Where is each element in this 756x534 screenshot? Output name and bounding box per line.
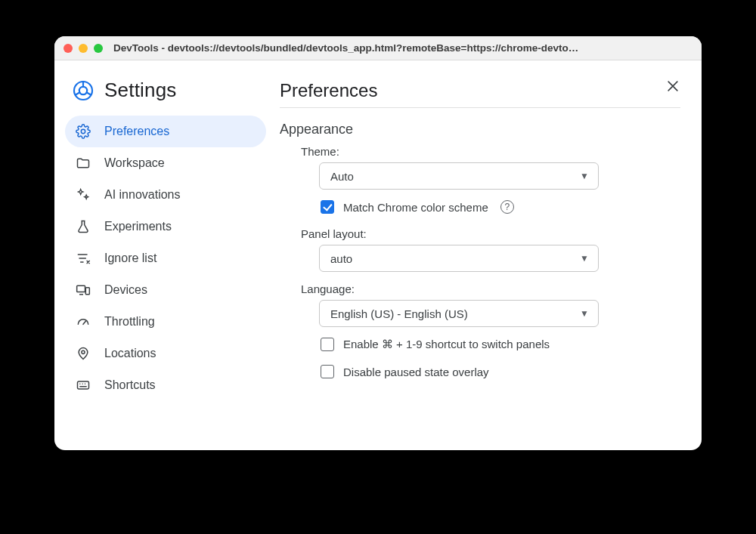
sidebar-item-label: Shortcuts xyxy=(104,378,156,392)
sidebar-item-ai-innovations[interactable]: AI innovations xyxy=(65,179,266,211)
svg-point-1 xyxy=(79,86,87,94)
language-label: Language: xyxy=(301,282,680,295)
theme-select[interactable]: Auto ▼ xyxy=(319,162,599,190)
sidebar-item-label: Devices xyxy=(104,283,147,297)
filter-x-icon xyxy=(76,251,91,266)
chevron-down-icon: ▼ xyxy=(580,308,589,319)
match-chrome-row[interactable]: Match Chrome color scheme ? xyxy=(321,200,680,214)
chevron-down-icon: ▼ xyxy=(580,171,589,181)
section-appearance: Appearance xyxy=(280,122,680,137)
svg-point-5 xyxy=(82,350,85,353)
svg-point-2 xyxy=(81,129,85,133)
titlebar[interactable]: DevTools - devtools://devtools/bundled/d… xyxy=(54,36,702,60)
sidebar-item-label: Preferences xyxy=(104,125,169,138)
sidebar-item-label: Experiments xyxy=(104,220,172,233)
enable-shortcut-row[interactable]: Enable ⌘ + 1-9 shortcut to switch panels xyxy=(321,338,680,351)
sidebar-item-label: AI innovations xyxy=(104,188,181,202)
language-select[interactable]: English (US) - English (US) ▼ xyxy=(319,300,599,327)
sidebar-item-preferences[interactable]: Preferences xyxy=(65,116,266,147)
sidebar-item-shortcuts[interactable]: Shortcuts xyxy=(65,369,266,401)
panel-layout-label: Panel layout: xyxy=(301,227,680,240)
sidebar-item-label: Throttling xyxy=(104,315,155,329)
svg-rect-4 xyxy=(85,288,89,295)
sidebar-item-experiments[interactable]: Experiments xyxy=(65,211,266,242)
zoom-window-icon[interactable] xyxy=(94,44,103,53)
devtools-window: DevTools - devtools://devtools/bundled/d… xyxy=(54,36,702,450)
disable-overlay-checkbox[interactable] xyxy=(321,365,334,378)
window-title: DevTools - devtools://devtools/bundled/d… xyxy=(109,42,692,54)
gear-icon xyxy=(76,124,91,139)
settings-sidebar: Settings Preferences Wor xyxy=(54,60,274,450)
sidebar-item-label: Workspace xyxy=(104,156,165,170)
devices-icon xyxy=(76,282,91,298)
match-chrome-label: Match Chrome color scheme xyxy=(343,201,488,214)
sparkle-icon xyxy=(76,187,91,202)
minimize-window-icon[interactable] xyxy=(79,44,88,53)
location-pin-icon xyxy=(76,346,91,361)
sidebar-item-workspace[interactable]: Workspace xyxy=(65,147,266,179)
help-icon[interactable]: ? xyxy=(500,200,514,214)
close-window-icon[interactable] xyxy=(64,44,73,53)
sidebar-item-label: Locations xyxy=(104,347,156,360)
sidebar-item-label: Ignore list xyxy=(104,252,156,265)
disable-overlay-label: Disable paused state overlay xyxy=(343,366,489,378)
sidebar-item-ignore-list[interactable]: Ignore list xyxy=(65,242,266,274)
page-title: Preferences xyxy=(280,80,680,101)
sidebar-header: Settings xyxy=(65,79,266,116)
enable-shortcut-checkbox[interactable] xyxy=(321,338,334,351)
theme-label: Theme: xyxy=(301,145,680,158)
language-value: English (US) - English (US) xyxy=(330,307,468,320)
panel-layout-select[interactable]: auto ▼ xyxy=(319,245,599,272)
close-button[interactable] xyxy=(664,77,682,95)
panel-layout-value: auto xyxy=(330,252,352,265)
sidebar-item-devices[interactable]: Devices xyxy=(65,274,266,306)
sidebar-item-throttling[interactable]: Throttling xyxy=(65,306,266,338)
folder-icon xyxy=(76,156,91,171)
flask-icon xyxy=(76,219,91,234)
enable-shortcut-label: Enable ⌘ + 1-9 shortcut to switch panels xyxy=(343,338,550,351)
preferences-panel: Preferences Appearance Theme: Auto ▼ Mat… xyxy=(274,60,702,450)
sidebar-item-locations[interactable]: Locations xyxy=(65,338,266,369)
disable-overlay-row[interactable]: Disable paused state overlay xyxy=(321,365,680,378)
sidebar-title: Settings xyxy=(104,79,177,102)
keyboard-icon xyxy=(76,378,91,393)
divider xyxy=(280,107,680,108)
window-controls xyxy=(64,44,103,53)
devtools-app-icon xyxy=(73,80,94,101)
svg-rect-3 xyxy=(77,286,85,292)
svg-rect-6 xyxy=(78,381,89,389)
chevron-down-icon: ▼ xyxy=(580,253,589,264)
theme-value: Auto xyxy=(330,170,354,183)
gauge-icon xyxy=(76,314,91,329)
match-chrome-checkbox[interactable] xyxy=(321,200,334,214)
